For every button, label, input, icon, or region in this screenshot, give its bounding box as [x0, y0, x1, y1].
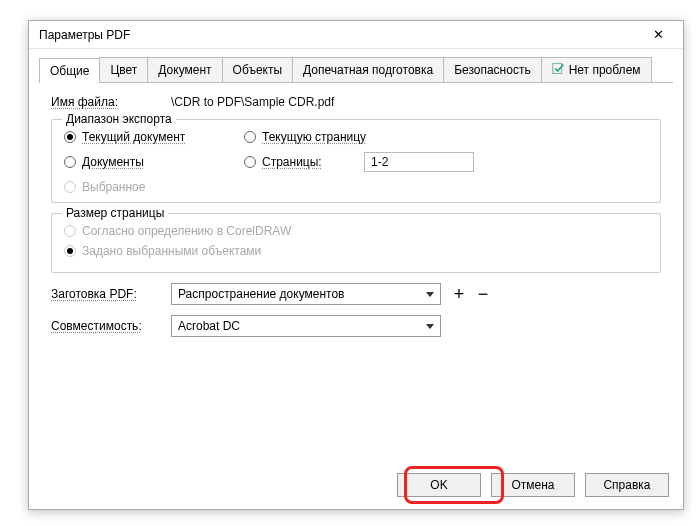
tab-label: Документ — [158, 63, 211, 77]
radio-label: Текущий документ — [82, 130, 185, 144]
chevron-down-icon — [426, 324, 434, 329]
button-label: Отмена — [511, 478, 554, 492]
tab-strip: Общие Цвет Документ Объекты Допечатная п… — [39, 57, 673, 83]
radio-label: Выбранное — [82, 180, 145, 194]
pages-input[interactable] — [364, 152, 474, 172]
radio-current-document[interactable]: Текущий документ — [64, 130, 244, 144]
radio-as-corel: Согласно определению в CorelDRAW — [64, 224, 648, 238]
radio-label: Документы — [82, 155, 144, 169]
tab-security[interactable]: Безопасность — [443, 57, 542, 82]
tab-label: Объекты — [233, 63, 283, 77]
button-label: OK — [430, 478, 447, 492]
add-preset-button[interactable]: + — [451, 284, 467, 305]
window-title: Параметры PDF — [39, 28, 639, 42]
page-size-title: Размер страницы — [62, 206, 168, 220]
tab-label: Безопасность — [454, 63, 531, 77]
radio-icon — [244, 131, 256, 143]
radio-icon — [244, 156, 256, 168]
dropdown-value: Распространение документов — [178, 287, 345, 301]
export-range-title: Диапазон экспорта — [62, 112, 176, 126]
tab-color[interactable]: Цвет — [99, 57, 148, 82]
check-icon — [552, 62, 565, 78]
dropdown-value: Acrobat DC — [178, 319, 240, 333]
radio-pages[interactable]: Страницы: — [244, 155, 364, 169]
button-label: Справка — [603, 478, 650, 492]
compatibility-row: Совместимость: Acrobat DC — [51, 315, 661, 337]
close-icon[interactable]: ✕ — [639, 23, 677, 47]
tab-label: Нет проблем — [569, 63, 641, 77]
compat-dropdown[interactable]: Acrobat DC — [171, 315, 441, 337]
filename-label: Имя файла: — [51, 95, 171, 109]
radio-icon — [64, 245, 76, 257]
compat-label: Совместимость: — [51, 319, 171, 333]
radio-label: Страницы: — [262, 155, 322, 169]
tab-general[interactable]: Общие — [39, 58, 100, 83]
radio-by-selected: Задано выбранными объектами — [64, 244, 648, 258]
export-range-group: Диапазон экспорта Текущий документ Текущ… — [51, 119, 661, 203]
radio-documents[interactable]: Документы — [64, 155, 244, 169]
filename-value: \CDR to PDF\Sample CDR.pdf — [171, 95, 334, 109]
radio-label: Задано выбранными объектами — [82, 244, 261, 258]
ok-button[interactable]: OK — [397, 473, 481, 497]
tab-label: Цвет — [110, 63, 137, 77]
tab-prepress[interactable]: Допечатная подготовка — [292, 57, 444, 82]
filename-row: Имя файла: \CDR to PDF\Sample CDR.pdf — [51, 95, 661, 109]
titlebar: Параметры PDF ✕ — [29, 21, 683, 49]
remove-preset-button[interactable]: − — [475, 284, 491, 305]
radio-label: Текущую страницу — [262, 130, 366, 144]
help-button[interactable]: Справка — [585, 473, 669, 497]
dialog-footer: OK Отмена Справка — [397, 473, 669, 497]
radio-icon — [64, 225, 76, 237]
tab-content-general: Имя файла: \CDR to PDF\Sample CDR.pdf Ди… — [29, 83, 683, 349]
preset-label: Заготовка PDF: — [51, 287, 171, 301]
page-size-group: Размер страницы Согласно определению в C… — [51, 213, 661, 273]
radio-icon — [64, 131, 76, 143]
tab-objects[interactable]: Объекты — [222, 57, 294, 82]
radio-icon — [64, 156, 76, 168]
radio-label: Согласно определению в CorelDRAW — [82, 224, 291, 238]
radio-selection: Выбранное — [64, 180, 244, 194]
tab-label: Допечатная подготовка — [303, 63, 433, 77]
preset-dropdown[interactable]: Распространение документов — [171, 283, 441, 305]
cancel-button[interactable]: Отмена — [491, 473, 575, 497]
pdf-preset-row: Заготовка PDF: Распространение документо… — [51, 283, 661, 305]
radio-icon — [64, 181, 76, 193]
tab-document[interactable]: Документ — [147, 57, 222, 82]
preset-plus-minus: + − — [451, 284, 491, 305]
tab-noissues[interactable]: Нет проблем — [541, 57, 652, 82]
pdf-settings-dialog: Параметры PDF ✕ Общие Цвет Документ Объе… — [28, 20, 684, 510]
chevron-down-icon — [426, 292, 434, 297]
radio-current-page[interactable]: Текущую страницу — [244, 130, 648, 144]
tab-label: Общие — [50, 64, 89, 78]
